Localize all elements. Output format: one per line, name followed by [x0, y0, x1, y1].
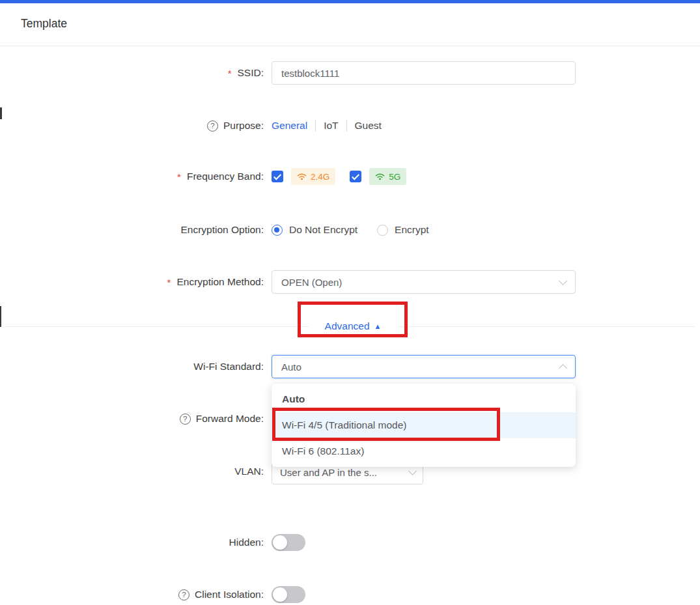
required-asterisk: *	[167, 277, 171, 288]
encryption-option-label: Encryption Option:	[0, 221, 264, 238]
checkbox-24g[interactable]	[272, 171, 283, 182]
ssid-input[interactable]: testblock1111	[272, 61, 576, 85]
annotation-box-wifi45	[272, 408, 500, 441]
checkbox-5g[interactable]	[350, 171, 361, 182]
band-badge-5g: 5G	[369, 168, 406, 185]
encryption-method-label: * Encryption Method:	[0, 274, 264, 290]
encryption-method-value: OPEN (Open)	[281, 277, 342, 288]
page-title: Template	[21, 17, 67, 31]
encryption-option-radios: Do Not Encrypt Encrypt	[272, 221, 429, 238]
forward-mode-label: ? Forward Mode:	[0, 410, 264, 427]
ssid-label-text: SSID:	[238, 67, 264, 79]
hidden-label-text: Hidden:	[229, 537, 264, 548]
purpose-option-general[interactable]: General	[272, 120, 307, 132]
template-dialog: Template * SSID: testblock1111 ? Purpose…	[0, 0, 700, 605]
wifi-standard-label-text: Wi-Fi Standard:	[193, 361, 264, 373]
radio-do-not-encrypt[interactable]	[272, 225, 283, 236]
help-icon[interactable]: ?	[180, 414, 191, 425]
band-badge-5g-text: 5G	[389, 172, 400, 182]
encryption-method-select[interactable]: OPEN (Open)	[272, 270, 576, 294]
frequency-band-options: 2.4G 5G	[272, 168, 406, 185]
hidden-label: Hidden:	[0, 534, 264, 551]
help-icon[interactable]: ?	[207, 120, 218, 132]
forward-mode-label-text: Forward Mode:	[196, 413, 264, 425]
left-edge-artifact	[0, 306, 1, 327]
chevron-down-icon	[559, 277, 567, 285]
dropdown-option-wifi6[interactable]: Wi-Fi 6 (802.11ax)	[272, 438, 576, 464]
wifi-standard-select[interactable]: Auto	[272, 355, 576, 378]
purpose-option-guest[interactable]: Guest	[355, 120, 382, 132]
ssid-label: * SSID:	[0, 64, 264, 81]
client-isolation-label-text: Client Isolation:	[195, 589, 264, 600]
client-isolation-label: ? Client Isolation:	[0, 586, 264, 603]
encryption-option-label-text: Encryption Option:	[180, 224, 264, 236]
client-isolation-toggle[interactable]	[272, 586, 305, 603]
hidden-toggle[interactable]	[272, 534, 305, 551]
frequency-band-label-text: Frequency Band:	[187, 171, 264, 182]
radio-do-not-encrypt-label[interactable]: Do Not Encrypt	[289, 224, 357, 236]
option-separator	[346, 120, 347, 132]
purpose-label-text: Purpose:	[223, 120, 264, 132]
annotation-box-advanced	[298, 302, 408, 337]
vlan-label-text: VLAN:	[234, 466, 264, 477]
purpose-label: ? Purpose:	[0, 117, 264, 134]
wifi-standard-value: Auto	[281, 361, 301, 373]
radio-encrypt-label[interactable]: Encrypt	[395, 224, 429, 236]
frequency-band-label: * Frequency Band:	[0, 168, 264, 185]
required-asterisk: *	[177, 171, 181, 182]
encryption-method-label-text: Encryption Method:	[176, 276, 264, 288]
required-asterisk: *	[228, 68, 232, 79]
top-accent-bar	[0, 0, 700, 3]
wifi-icon	[375, 173, 385, 180]
vlan-value: User and AP in the s...	[280, 467, 377, 478]
band-badge-24g: 2.4G	[291, 168, 335, 185]
band-badge-24g-text: 2.4G	[311, 172, 329, 182]
wifi-icon	[297, 173, 307, 180]
help-icon[interactable]: ?	[178, 589, 189, 600]
chevron-up-icon	[559, 364, 567, 373]
chevron-down-icon	[408, 467, 417, 475]
wifi-standard-label: Wi-Fi Standard:	[0, 358, 264, 375]
header-divider	[0, 46, 700, 46]
purpose-options: General IoT Guest	[272, 117, 382, 134]
purpose-option-iot[interactable]: IoT	[324, 120, 338, 132]
option-separator	[315, 120, 316, 132]
vlan-label: VLAN:	[0, 463, 264, 480]
ssid-value: testblock1111	[281, 68, 339, 79]
radio-encrypt[interactable]	[377, 225, 388, 236]
